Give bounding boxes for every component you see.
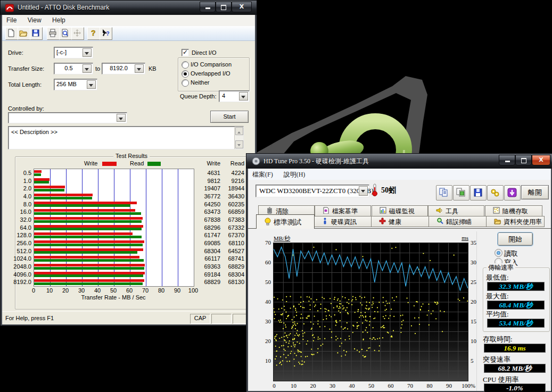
access-time-dot (281, 337, 282, 338)
scroll-up-icon[interactable] (235, 127, 243, 135)
save-image-button[interactable] (470, 185, 487, 201)
x-axis-tick: 10 (42, 287, 57, 294)
direct-io-checkbox[interactable]: ✓ (182, 49, 189, 56)
description-box[interactable]: << Description >> (8, 126, 244, 149)
benchmark-plot (273, 243, 468, 381)
atto-menu-file[interactable]: File (2, 15, 21, 24)
transfer-size-row-label: 2048.0 (8, 263, 31, 270)
access-time-dot (414, 318, 415, 319)
access-time-dot (283, 345, 284, 346)
hdtune-minimize-button[interactable] (499, 155, 515, 165)
start-button[interactable]: Start (210, 111, 249, 123)
benchmark-start-button[interactable]: 開始 (498, 232, 533, 246)
info-icon (322, 218, 328, 224)
hdtune-titlebar[interactable]: HD Tune Pro 3.50 - 硬碟檢測-維護工具 X (246, 154, 552, 169)
transfer-size-to-select[interactable]: 8192.0 (102, 63, 145, 74)
access-time-dot (275, 339, 276, 340)
copy-image-button[interactable] (453, 185, 469, 201)
controlled-by-select[interactable] (8, 112, 127, 123)
access-time-dot (308, 301, 309, 302)
access-time-dot (286, 318, 287, 319)
tab-health[interactable]: 健康 (371, 216, 430, 227)
save-button[interactable] (30, 27, 43, 40)
queue-depth-select[interactable]: 4 (219, 90, 250, 102)
access-time-dot (343, 307, 344, 308)
atto-close-button[interactable]: X (232, 2, 252, 12)
access-time-dot (300, 318, 301, 319)
tab-file-benchmark[interactable]: 檔案基準 (315, 205, 371, 216)
tab-tools[interactable]: 工具 (428, 205, 484, 216)
transfer-to-dropdown-arrow[interactable] (135, 64, 144, 73)
drive-dropdown-arrow[interactable] (83, 48, 92, 57)
total-length-select[interactable]: 256 MB (54, 79, 97, 90)
print-button[interactable] (47, 27, 60, 40)
access-time-dot (302, 364, 303, 365)
access-time-dot (295, 328, 296, 329)
print-preview-button[interactable] (59, 27, 72, 40)
neither-radio[interactable] (182, 79, 189, 87)
description-scrollbar[interactable] (234, 127, 243, 149)
atto-minimize-button[interactable] (200, 2, 216, 12)
tab-disk-info[interactable]: 硬碟資訊 (314, 216, 372, 227)
hdtune-drive-select[interactable]: WDC WD3200BEVT-22ZCT0 (320 GB) (256, 185, 369, 197)
access-time-dot (286, 301, 287, 302)
update-button[interactable] (504, 185, 521, 201)
total-length-dropdown-arrow[interactable] (87, 80, 96, 89)
tab-folder-usage[interactable]: 資料夾使用率 (486, 216, 545, 227)
transfer-size-row-label: 0.5 (8, 170, 31, 176)
hdtune-maximize-button[interactable] (515, 155, 532, 165)
drive-select[interactable]: [-c-] (54, 47, 93, 59)
options-gears-icon (490, 188, 500, 197)
exit-button[interactable]: 離開 (521, 185, 549, 199)
access-time-dot (285, 312, 286, 313)
options-button[interactable] (487, 185, 504, 201)
queue-depth-dropdown-arrow[interactable] (239, 92, 248, 101)
open-file-button[interactable] (18, 27, 30, 40)
access-time-dot (355, 312, 356, 313)
atto-titlebar[interactable]: Untitled - ATTO Disk Benchmark X (1, 1, 257, 15)
scroll-down-icon[interactable] (235, 140, 243, 148)
new-file-button[interactable] (5, 27, 18, 40)
transfer-from-dropdown-arrow[interactable] (83, 64, 92, 73)
hdtune-menu-file[interactable]: 檔案(F) (248, 169, 277, 179)
access-time-dot (334, 314, 335, 315)
access-time-dot (292, 327, 293, 328)
tab-random-access[interactable]: 隨機存取 (485, 205, 542, 216)
write-bar (34, 209, 135, 212)
tab-benchmark-active[interactable]: 標準測試 (256, 214, 315, 229)
tab-error-scan[interactable]: 錯誤掃瞄 (429, 216, 487, 227)
access-time-dot (359, 352, 360, 353)
read-radio[interactable] (495, 249, 502, 257)
access-time-dot (283, 328, 284, 329)
access-time-dot (298, 336, 299, 337)
write-value: 68829 (194, 279, 220, 285)
atto-menu-view[interactable]: View (23, 15, 46, 24)
io-comparison-radio[interactable] (182, 61, 189, 69)
access-time-dot (366, 350, 367, 351)
access-time-dot (383, 325, 384, 326)
test-results-title: Test Results (113, 153, 150, 159)
atto-menu-help[interactable]: Help (48, 15, 70, 24)
access-time-dot (329, 329, 330, 330)
access-time-dot (279, 322, 280, 323)
help-button[interactable]: ? (87, 27, 100, 40)
tab-disk-monitor[interactable]: 磁碟監視 (372, 205, 428, 216)
transfer-size-from-select[interactable]: 0.5 (54, 63, 93, 74)
hdtune-menu-help[interactable]: 說明(H) (279, 169, 310, 179)
access-time-dot (400, 315, 401, 316)
drive-select-dropdown-arrow[interactable] (359, 186, 368, 196)
move-button[interactable] (71, 27, 84, 40)
copy-text-button[interactable] (436, 185, 452, 201)
access-time-dot (281, 345, 282, 346)
access-time-dot (302, 307, 303, 308)
access-time-dot (274, 318, 275, 319)
atto-maximize-button[interactable] (216, 2, 232, 12)
overlapped-io-radio[interactable] (182, 70, 189, 78)
hdtune-close-button[interactable]: X (532, 155, 550, 165)
context-help-button[interactable]: ? (100, 27, 112, 40)
controlled-by-dropdown-arrow[interactable] (117, 114, 126, 122)
access-time-dot (392, 297, 393, 298)
transfer-size-row-label: 8.0 (8, 201, 31, 207)
access-time-dot (293, 345, 294, 346)
access-time-dot (347, 312, 348, 313)
